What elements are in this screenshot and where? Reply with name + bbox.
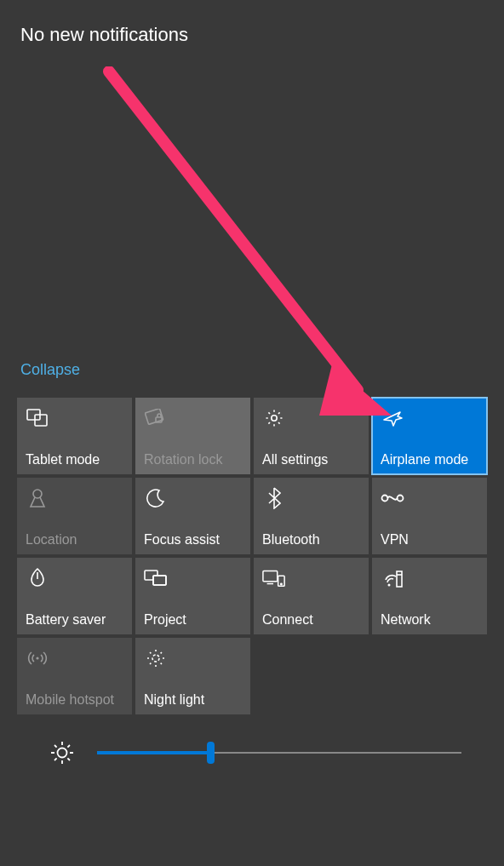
tile-label: Project: [144, 612, 242, 628]
rotation-lock-tile[interactable]: Rotation lock: [135, 398, 250, 474]
tile-label: Night light: [144, 692, 242, 708]
mobile-hotspot-tile[interactable]: Mobile hotspot: [17, 638, 132, 714]
svg-point-8: [398, 496, 404, 502]
brightness-row: [0, 714, 504, 766]
tile-label: All settings: [262, 452, 360, 467]
svg-point-21: [58, 748, 67, 758]
network-tile[interactable]: Network: [372, 558, 487, 634]
location-tile[interactable]: Location: [17, 478, 132, 554]
connect-icon: [262, 566, 286, 590]
tile-label: Mobile hotspot: [26, 692, 123, 708]
svg-point-6: [33, 490, 42, 498]
airplane-mode-tile[interactable]: Airplane mode: [372, 398, 487, 474]
svg-point-20: [152, 655, 159, 662]
moon-icon: [144, 486, 168, 510]
tile-label: Connect: [262, 612, 360, 628]
vpn-tile[interactable]: VPN: [372, 478, 487, 554]
battery-saver-icon: [26, 566, 49, 590]
connect-tile[interactable]: Connect: [254, 558, 369, 634]
action-center-panel: No new notifications Collapse Tablet mod…: [0, 0, 504, 866]
tile-label: Location: [26, 532, 123, 548]
svg-point-7: [382, 496, 388, 502]
tile-label: Battery saver: [26, 612, 123, 628]
svg-point-15: [281, 583, 282, 584]
svg-rect-17: [397, 571, 402, 587]
location-icon: [26, 486, 49, 510]
brightness-sun-icon: [49, 740, 75, 766]
night-light-icon: [144, 646, 168, 670]
quick-action-tiles: Tablet mode Rotation lock All settings: [0, 398, 504, 714]
svg-rect-12: [263, 571, 278, 582]
battery-saver-tile[interactable]: Battery saver: [17, 558, 132, 634]
tablet-mode-icon: [26, 406, 49, 430]
airplane-icon: [381, 406, 404, 430]
rotation-lock-icon: [144, 406, 168, 430]
project-tile[interactable]: Project: [135, 558, 250, 634]
network-icon: [381, 566, 404, 590]
all-settings-tile[interactable]: All settings: [254, 398, 369, 474]
tile-label: Rotation lock: [144, 452, 242, 467]
tile-label: Network: [381, 612, 478, 628]
notifications-header: No new notifications: [0, 0, 504, 46]
tile-label: Focus assist: [144, 532, 242, 548]
tile-label: VPN: [381, 532, 478, 548]
tile-label: Bluetooth: [262, 532, 360, 548]
bluetooth-icon: [262, 486, 286, 510]
slider-thumb[interactable]: [207, 742, 215, 764]
settings-gear-icon: [262, 406, 286, 430]
collapse-link[interactable]: Collapse: [0, 361, 504, 379]
tablet-mode-tile[interactable]: Tablet mode: [17, 398, 132, 474]
vpn-icon: [381, 486, 404, 510]
empty-space: [0, 46, 504, 361]
brightness-slider[interactable]: [97, 744, 461, 761]
focus-assist-tile[interactable]: Focus assist: [135, 478, 250, 554]
no-notifications-text: No new notifications: [20, 24, 484, 46]
svg-rect-10: [153, 576, 166, 585]
project-icon: [144, 566, 168, 590]
svg-point-5: [272, 416, 277, 421]
tile-label: Tablet mode: [26, 452, 123, 467]
night-light-tile[interactable]: Night light: [135, 638, 250, 714]
bluetooth-tile[interactable]: Bluetooth: [254, 478, 369, 554]
svg-point-19: [36, 657, 38, 659]
svg-point-16: [388, 584, 391, 587]
tile-label: Airplane mode: [381, 452, 478, 467]
slider-fill: [97, 751, 210, 754]
hotspot-icon: [26, 646, 49, 670]
